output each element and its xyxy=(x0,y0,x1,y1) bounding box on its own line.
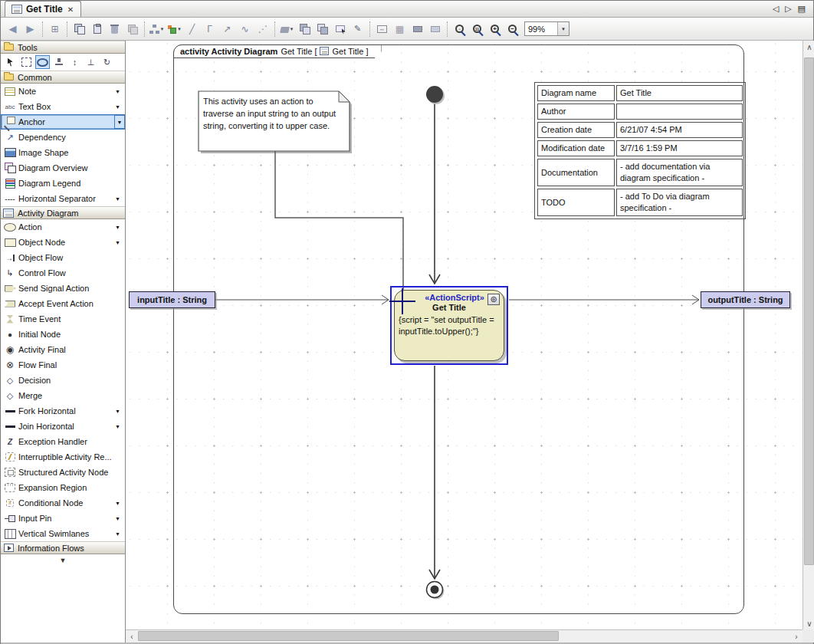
palette-scroll-more-button[interactable]: ▼ xyxy=(1,554,125,567)
stamp-tool-button[interactable] xyxy=(51,55,66,69)
send-to-back-button[interactable] xyxy=(313,20,331,38)
palette-section-common[interactable]: Common xyxy=(1,71,125,84)
palette-item-fork-horizontal[interactable]: Fork Horizontal▼ xyxy=(1,403,125,419)
copy-button[interactable] xyxy=(71,20,88,38)
horizontal-scrollbar-thumb[interactable] xyxy=(138,631,559,641)
script-badge-button[interactable]: ⊚ xyxy=(487,294,500,305)
note-text[interactable]: This activity uses an action to traverse… xyxy=(203,95,344,132)
palette-item-structured-activity-node[interactable]: Structured Activity Node xyxy=(1,465,125,480)
horizontal-scrollbar[interactable]: ‹ › xyxy=(126,629,803,642)
chevron-down-icon[interactable]: ▼ xyxy=(115,516,125,521)
scroll-up-button[interactable]: ∧ xyxy=(803,41,814,53)
chevron-down-icon[interactable]: ▼ xyxy=(177,27,182,31)
containment-tree-button[interactable]: ⊞ xyxy=(46,20,64,38)
zoom-level-value[interactable]: 99% xyxy=(525,25,557,34)
chevron-down-icon[interactable]: ▼ xyxy=(115,104,125,110)
scroll-right-button[interactable]: › xyxy=(790,630,803,642)
chevron-down-icon[interactable]: ▼ xyxy=(290,27,294,31)
palette-item-object-flow[interactable]: Object Flow xyxy=(1,250,125,265)
chevron-down-icon[interactable]: ▼ xyxy=(115,501,125,506)
zoom-region-button[interactable] xyxy=(451,20,468,38)
diagram-canvas[interactable]: activity Activity Diagram Get Title [ Ge… xyxy=(126,41,803,629)
palette-item-text-box[interactable]: Text Box▼ xyxy=(1,99,125,114)
marquee-select-tool-button[interactable] xyxy=(19,55,34,69)
paste-button[interactable] xyxy=(88,20,106,38)
swap-diagram-tool-button[interactable]: ↻ xyxy=(100,55,114,69)
vertical-scrollbar-thumb[interactable] xyxy=(804,58,814,565)
output-pin-node[interactable]: outputTitle : String xyxy=(701,291,790,308)
palette-item-image-shape[interactable]: Image Shape xyxy=(1,145,125,160)
palette-item-horizontal-separator[interactable]: Horizontal Separator▼ xyxy=(1,191,125,206)
link-tool-button[interactable] xyxy=(35,55,50,69)
palette-item-note[interactable]: Note▼ xyxy=(1,84,125,99)
line-style-oblique-button[interactable]: ↗ xyxy=(218,20,236,38)
palette-item-initial-node[interactable]: Initial Node xyxy=(1,327,125,342)
chevron-down-icon[interactable]: ▼ xyxy=(557,22,569,35)
chevron-down-icon[interactable]: ▼ xyxy=(115,409,125,414)
prev-tab-button[interactable]: ◁ xyxy=(773,4,779,14)
zoom-1-1-button[interactable] xyxy=(468,20,486,38)
palette-item-interruptible-activity-region[interactable]: Interruptible Activity Re... xyxy=(1,449,125,465)
chevron-down-icon[interactable]: ▼ xyxy=(115,89,125,94)
palette-section-activity-diagram[interactable]: Activity Diagram xyxy=(1,206,125,219)
palette-item-time-event[interactable]: Time Event xyxy=(1,311,125,327)
palette-item-join-horizontal[interactable]: Join Horizontal▼ xyxy=(1,419,125,434)
tab-list-button[interactable]: ▤ xyxy=(798,4,806,14)
scroll-left-button[interactable]: ‹ xyxy=(126,630,138,642)
palette-item-expansion-region[interactable]: Expansion Region xyxy=(1,480,125,495)
scroll-down-button[interactable]: ∨ xyxy=(803,617,814,629)
line-style-rectilinear-button[interactable]: Γ xyxy=(201,20,218,38)
palette-item-accept-event-action[interactable]: Accept Event Action xyxy=(1,296,125,311)
diagram-info-table[interactable]: Diagram name Get Title Author Creation d… xyxy=(534,82,746,219)
delete-button[interactable] xyxy=(106,20,123,38)
palette-section-tools[interactable]: Tools xyxy=(1,41,125,54)
zoom-level-combobox[interactable]: 99% ▼ xyxy=(524,21,569,36)
chevron-down-icon[interactable]: ▼ xyxy=(115,424,125,429)
forward-button[interactable]: ▶ xyxy=(21,20,39,38)
palette-item-exception-handler[interactable]: Exception Handler xyxy=(1,434,125,449)
select-in-diagram-button[interactable] xyxy=(331,20,349,38)
distribute-tool-button[interactable]: ↕ xyxy=(67,55,82,69)
action-node-selected[interactable]: «ActionScript» Get Title {script = "set … xyxy=(390,286,508,365)
zoom-in-button[interactable] xyxy=(486,20,504,38)
frame-title[interactable]: activity Activity Diagram Get Title [ Ge… xyxy=(173,44,382,58)
vertical-scrollbar[interactable]: ∧ ∨ xyxy=(803,41,814,629)
select-tool-button[interactable] xyxy=(3,55,18,69)
quick-layout-button[interactable]: ▼ xyxy=(166,20,183,38)
make-same-size-button[interactable] xyxy=(409,20,426,38)
copy-special-button[interactable] xyxy=(123,20,141,38)
chevron-down-icon[interactable]: ▼ xyxy=(115,240,125,245)
line-style-straight-button[interactable]: ╱ xyxy=(183,20,201,38)
chevron-down-icon[interactable]: ▼ xyxy=(160,27,165,31)
palette-item-decision[interactable]: Decision xyxy=(1,373,125,388)
chevron-down-icon[interactable]: ▼ xyxy=(114,115,125,129)
chevron-down-icon[interactable]: ▼ xyxy=(115,225,125,230)
palette-item-dependency[interactable]: Dependency xyxy=(1,130,125,145)
palette-item-action[interactable]: Action▼ xyxy=(1,219,125,235)
palette-item-send-signal-action[interactable]: Send Signal Action xyxy=(1,281,125,296)
make-same-height-button[interactable] xyxy=(426,20,444,38)
align-tool-button[interactable]: ⊥ xyxy=(84,55,98,69)
back-button[interactable]: ◀ xyxy=(4,20,21,38)
zoom-out-button[interactable] xyxy=(504,20,521,38)
layout-diagram-button[interactable]: ▼ xyxy=(148,20,166,38)
palette-item-conditional-node[interactable]: Conditional Node▼ xyxy=(1,495,125,511)
input-pin-node[interactable]: inputTitle : String xyxy=(129,291,215,308)
chevron-down-icon[interactable]: ▼ xyxy=(115,531,125,537)
palette-item-anchor[interactable]: Anchor▼ xyxy=(1,114,125,130)
tab-get-title[interactable]: Get Title ✕ xyxy=(5,1,81,17)
next-tab-button[interactable]: ▷ xyxy=(785,4,791,14)
palette-item-input-pin[interactable]: Input Pin▼ xyxy=(1,511,125,526)
palette-item-activity-final[interactable]: Activity Final xyxy=(1,342,125,357)
edit-compartment-button[interactable] xyxy=(349,20,366,38)
palette-item-merge[interactable]: Merge xyxy=(1,388,125,403)
fill-color-button[interactable]: ▼ xyxy=(278,20,296,38)
palette-item-vertical-swimlanes[interactable]: Vertical Swimlanes▼ xyxy=(1,526,125,541)
palette-section-information-flows[interactable]: Information Flows xyxy=(1,541,125,554)
palette-item-object-node[interactable]: Object Node▼ xyxy=(1,235,125,250)
line-style-curve-button[interactable]: ∿ xyxy=(236,20,254,38)
bring-to-front-button[interactable] xyxy=(296,20,313,38)
line-style-dashed-button[interactable]: ⋰ xyxy=(254,20,271,38)
autosize-button[interactable] xyxy=(373,20,391,38)
palette-item-flow-final[interactable]: Flow Final xyxy=(1,357,125,373)
